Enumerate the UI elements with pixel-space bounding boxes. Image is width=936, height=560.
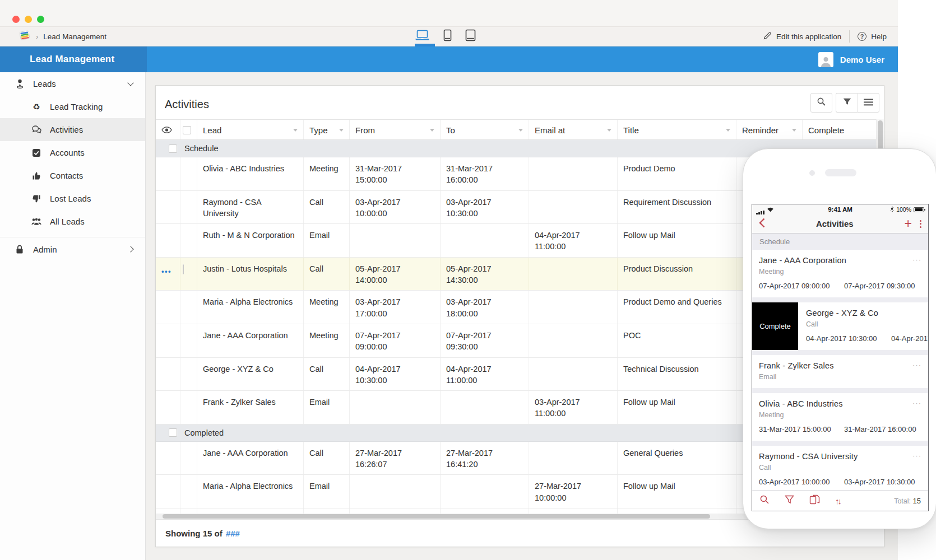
sidebar: Leads ♻ Lead Tracking Activities Account…: [0, 72, 146, 560]
column-header-lead[interactable]: Lead: [197, 120, 304, 139]
user-menu[interactable]: Demo User: [818, 46, 884, 72]
group-select-checkbox[interactable]: [169, 144, 177, 153]
sort-caret-icon[interactable]: [726, 129, 730, 132]
people-icon: [31, 217, 41, 227]
card-options-icon[interactable]: ···: [912, 399, 921, 407]
app-brand: Lead Management: [0, 46, 147, 72]
row-options-icon[interactable]: •••: [161, 267, 172, 276]
sort-caret-icon[interactable]: [430, 129, 434, 132]
card-lead-name: Jane - AAA Corporation: [759, 256, 921, 265]
sort-caret-icon[interactable]: [518, 129, 523, 132]
breadcrumb-app-name[interactable]: Lead Management: [43, 32, 106, 41]
help-label: Help: [871, 32, 887, 41]
filter-icon[interactable]: [785, 495, 794, 506]
column-header-title[interactable]: Title: [618, 120, 736, 139]
signal-bars-icon: [756, 211, 764, 215]
laptop-icon[interactable]: [415, 30, 430, 43]
pencil-icon: [763, 31, 772, 41]
filter-icon: [843, 98, 851, 108]
help-button[interactable]: ? Help: [858, 32, 887, 41]
sidebar-section-admin[interactable]: Admin: [0, 237, 145, 260]
complete-swipe-button[interactable]: Complete: [752, 302, 798, 350]
add-record-icon[interactable]: +: [905, 217, 912, 230]
menu-button[interactable]: [858, 93, 879, 113]
breadcrumb-separator-icon: ›: [36, 32, 38, 41]
edit-application-label: Edit this application: [776, 32, 841, 41]
sidebar-item-lost-leads[interactable]: Lost Leads: [0, 187, 145, 210]
mobile-icon[interactable]: [443, 29, 452, 44]
thumb-up-icon: [31, 171, 41, 181]
report-icon[interactable]: [809, 494, 820, 507]
card-options-icon[interactable]: ···: [912, 361, 921, 369]
phone-group-header: Schedule: [752, 234, 928, 250]
sidebar-item-activities[interactable]: Activities: [0, 118, 145, 141]
toolbar-actions: Edit this application ? Help: [763, 27, 887, 46]
sidebar-item-lead-tracking[interactable]: ♻ Lead Tracking: [0, 95, 145, 118]
sort-caret-icon[interactable]: [607, 129, 611, 132]
search-icon[interactable]: [759, 494, 770, 507]
phone-card[interactable]: Raymond - CSA University Call 03-Apr-201…: [752, 446, 928, 490]
phone-status-bar: 9:41 AM 100%: [752, 204, 928, 214]
visibility-column-header[interactable]: [156, 120, 180, 139]
select-all-checkbox[interactable]: [183, 126, 191, 134]
more-options-icon[interactable]: [920, 220, 921, 228]
total-count-link[interactable]: ###: [226, 529, 240, 538]
sort-caret-icon[interactable]: [293, 129, 298, 132]
help-icon: ?: [858, 32, 867, 41]
column-header-to[interactable]: To: [441, 120, 529, 139]
search-button[interactable]: [810, 93, 832, 113]
card-to-date: 03-Apr-2017 10:30:00: [844, 478, 915, 486]
app-toolbar: › Lead Management: [0, 26, 898, 46]
sidebar-section-leads[interactable]: Leads: [0, 72, 145, 95]
breadcrumb[interactable]: › Lead Management: [18, 27, 106, 46]
card-to-date: 04-Apr-2017 11:00:00: [891, 334, 928, 343]
sort-caret-icon[interactable]: [339, 129, 344, 132]
app-header: Lead Management Demo User: [0, 46, 898, 72]
phone-camera-icon: [809, 170, 815, 176]
close-window-button[interactable]: [12, 16, 20, 23]
card-options-icon[interactable]: ···: [912, 255, 921, 264]
sort-icon[interactable]: ↑↓: [835, 496, 840, 506]
phone-card[interactable]: Olivia - ABC Industries Meeting 31-Mar-2…: [752, 393, 928, 441]
back-chevron-icon[interactable]: [759, 218, 765, 230]
card-activity-type: Meeting: [759, 268, 921, 276]
select-all-column-header[interactable]: [180, 120, 197, 139]
sort-caret-icon[interactable]: [792, 129, 796, 132]
card-activity-type: Call: [806, 320, 928, 328]
showing-count-label: Showing 15 of: [165, 529, 223, 538]
phone-card-swiped[interactable]: Complete George - XYZ & Co Call 04-Apr-2…: [752, 302, 928, 350]
phone-card[interactable]: Frank - Zylker Sales Email ···: [752, 355, 928, 388]
sidebar-item-contacts[interactable]: Contacts: [0, 164, 145, 187]
card-lead-name: Olivia - ABC Industries: [759, 399, 921, 408]
column-header-type[interactable]: Type: [304, 120, 350, 139]
sidebar-label-leads: Leads: [33, 79, 56, 88]
person-pin-icon: [15, 79, 25, 89]
edit-application-button[interactable]: Edit this application: [763, 31, 841, 41]
avatar: [818, 52, 833, 67]
filter-button[interactable]: [836, 93, 858, 113]
search-icon: [817, 97, 826, 109]
user-name: Demo User: [840, 55, 884, 64]
sidebar-item-accounts[interactable]: Accounts: [0, 141, 145, 164]
horizontal-scrollbar-thumb[interactable]: [163, 514, 710, 519]
row-checkbox[interactable]: [183, 264, 184, 274]
column-header-reminder[interactable]: Reminder: [736, 120, 803, 139]
battery-icon: [914, 207, 924, 212]
column-header-email-at[interactable]: Email at: [529, 120, 618, 139]
bluetooth-icon: [890, 204, 894, 214]
group-select-checkbox[interactable]: [169, 428, 177, 437]
sidebar-item-all-leads[interactable]: All Leads: [0, 210, 145, 233]
device-preview-switcher: [415, 27, 476, 46]
column-header-complete[interactable]: Complete: [803, 120, 876, 139]
group-label: Completed: [184, 428, 224, 437]
tablet-icon[interactable]: [465, 29, 476, 44]
column-header-from[interactable]: From: [350, 120, 441, 139]
recycle-icon: ♻: [31, 102, 41, 112]
phone-screen: 9:41 AM 100% Activities +: [752, 204, 929, 511]
phone-card[interactable]: Jane - AAA Corporation Meeting 07-Apr-20…: [752, 250, 928, 297]
card-activity-type: Email: [759, 373, 921, 381]
zoom-window-button[interactable]: [37, 16, 44, 23]
phone-nav-bar: Activities +: [752, 214, 928, 234]
card-options-icon[interactable]: ···: [912, 451, 921, 460]
minimize-window-button[interactable]: [25, 16, 32, 23]
